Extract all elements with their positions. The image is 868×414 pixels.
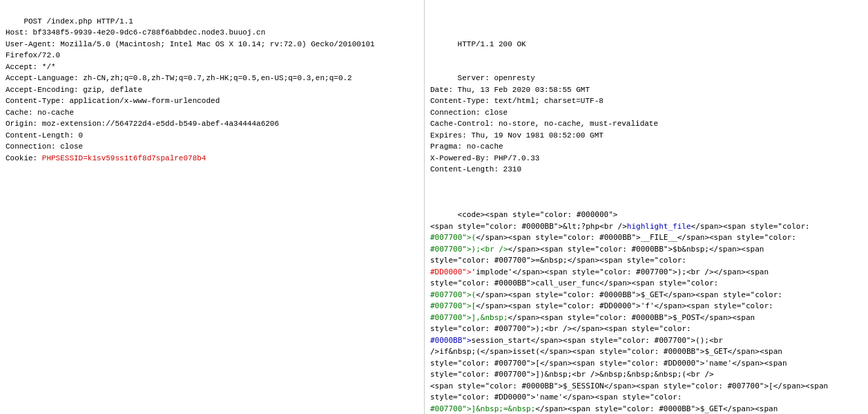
left-panel[interactable]: POST /index.php HTTP/1.1 Host: bf3348f5-… [0,0,425,414]
status-line: HTTP/1.1 200 OK [458,40,526,48]
cookie-value: PHPSESSID=k1sv59ss1t6f8d7spalre078b4 [42,154,206,162]
response-headers: Server: openresty Date: Thu, 13 Feb 2020… [430,74,658,173]
main-container: POST /index.php HTTP/1.1 Host: bf3348f5-… [0,0,868,414]
right-panel[interactable]: HTTP/1.1 200 OK Server: openresty Date: … [425,0,868,414]
code-section: <code><span style="color: #000000"> <spa… [430,210,851,414]
response-content: HTTP/1.1 200 OK Server: openresty Date: … [430,27,862,414]
left-content: POST /index.php HTTP/1.1 Host: bf3348f5-… [6,17,375,162]
